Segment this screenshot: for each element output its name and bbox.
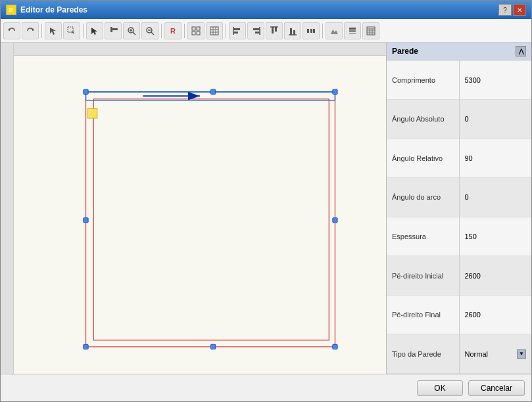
prop-label-0: Comprimento (387, 60, 459, 100)
drawing-area[interactable] (14, 56, 386, 374)
svg-rect-59 (333, 89, 337, 94)
svg-rect-37 (307, 29, 309, 33)
svg-rect-42 (349, 30, 356, 32)
svg-rect-60 (84, 218, 88, 223)
align-bottom-btn[interactable] (284, 22, 301, 39)
ok-button[interactable]: OK (417, 380, 463, 396)
svg-rect-51 (85, 92, 335, 347)
cancel-button[interactable]: Cancelar (468, 380, 525, 396)
prop-value-7[interactable]: Normal▼ (459, 334, 531, 374)
prop-label-2: Ângulo Relativo (387, 139, 459, 178)
svg-marker-2 (50, 28, 56, 35)
prop-value-6: 2600 (459, 295, 531, 334)
svg-rect-29 (255, 32, 260, 34)
svg-rect-63 (210, 344, 215, 349)
sep3 (161, 24, 162, 38)
svg-rect-56 (87, 108, 97, 118)
grid2-btn[interactable] (206, 22, 223, 39)
properties-panel: Parede ⋀ Comprimento5300Ângulo Absoluto0… (387, 43, 531, 374)
svg-line-12 (133, 32, 135, 35)
arrow-select-btn[interactable] (86, 22, 103, 39)
svg-rect-25 (233, 28, 240, 30)
window-title: Editor de Paredes (20, 5, 87, 14)
svg-rect-35 (293, 30, 295, 35)
sep1 (41, 24, 42, 38)
select-tool-btn[interactable] (45, 22, 62, 39)
svg-marker-4 (72, 31, 75, 34)
prop-label-7: Tipo da Parede (387, 334, 459, 374)
property-row-2: Ângulo Relativo90 (387, 139, 531, 178)
left-ruler (1, 43, 14, 374)
help-button[interactable]: ? (498, 4, 512, 16)
svg-rect-7 (110, 27, 112, 32)
panel-collapse-btn[interactable]: ⋀ (516, 46, 526, 56)
svg-rect-41 (349, 28, 356, 30)
property-row-6: Pé-direito Final2600 (387, 295, 531, 334)
align-top-btn[interactable] (266, 22, 283, 39)
svg-rect-34 (290, 28, 292, 35)
undo-btn[interactable] (3, 22, 20, 39)
footer: OK Cancelar (1, 374, 531, 401)
svg-marker-40 (331, 30, 338, 34)
canvas-area[interactable]: Clique e arraste para adicionar uma linh… (1, 43, 387, 374)
svg-rect-61 (333, 218, 337, 223)
svg-rect-28 (253, 28, 260, 30)
svg-rect-16 (192, 27, 195, 30)
title-bar: ⊞ Editor de Paredes ? ✕ (1, 1, 531, 19)
distribute-h-btn[interactable] (302, 22, 320, 39)
panel-header: Parede ⋀ (387, 43, 531, 60)
prop-label-3: Ângulo do arco (387, 178, 459, 217)
sep2 (83, 24, 84, 38)
svg-rect-52 (93, 99, 329, 340)
zoom-in-btn[interactable] (123, 22, 140, 39)
move-select-btn[interactable] (105, 22, 122, 39)
close-button[interactable]: ✕ (513, 4, 526, 16)
wall-canvas[interactable] (14, 56, 386, 374)
layers-btn[interactable] (344, 22, 361, 39)
svg-rect-62 (84, 344, 88, 349)
sep6 (322, 24, 323, 38)
table-btn[interactable] (362, 22, 379, 39)
svg-rect-32 (275, 27, 277, 32)
property-row-5: Pé-direito Inicial2600 (387, 256, 531, 296)
prop-label-6: Pé-direito Final (387, 295, 459, 334)
r-tool-btn[interactable]: R (164, 22, 181, 39)
panel-title: Parede (392, 47, 418, 56)
grid-btn[interactable] (187, 22, 205, 39)
svg-rect-8 (112, 28, 118, 30)
property-row-3: Ângulo do arco0 (387, 178, 531, 217)
multi-select-btn[interactable] (63, 22, 80, 39)
main-window: ⊞ Editor de Paredes ? ✕ (0, 0, 532, 402)
svg-rect-57 (84, 89, 88, 94)
prop-label-5: Pé-direito Inicial (387, 256, 459, 296)
prop-label-4: Espessura (387, 217, 459, 256)
svg-rect-64 (333, 344, 337, 349)
property-row-0: Comprimento5300 (387, 60, 531, 100)
svg-rect-39 (313, 29, 315, 33)
prop-label-1: Ângulo Absoluto (387, 100, 459, 139)
svg-rect-31 (272, 27, 274, 34)
properties-table: Comprimento5300Ângulo Absoluto0Ângulo Re… (387, 60, 531, 374)
title-bar-left: ⊞ Editor de Paredes (6, 5, 87, 15)
property-row-4: Espessura150 (387, 217, 531, 256)
prop-value-1: 0 (459, 100, 531, 139)
svg-line-15 (151, 32, 154, 35)
svg-rect-19 (197, 32, 200, 35)
svg-rect-20 (210, 27, 218, 35)
zoom-out-btn[interactable] (141, 22, 158, 39)
align-right-btn[interactable] (247, 22, 264, 39)
redo-btn[interactable] (22, 22, 39, 39)
prop-value-2: 90 (459, 139, 531, 178)
svg-rect-17 (197, 27, 200, 30)
prop-value-4: 150 (459, 217, 531, 256)
sep4 (184, 24, 185, 38)
window-icon: ⊞ (6, 5, 16, 15)
svg-rect-43 (349, 33, 356, 34)
align-left-btn[interactable] (229, 22, 246, 39)
prop-dropdown-text-7: Normal (465, 350, 488, 358)
svg-rect-18 (192, 32, 195, 35)
svg-marker-5 (91, 28, 97, 35)
dropdown-arrow-7[interactable]: ▼ (517, 349, 526, 359)
property-row-1: Ângulo Absoluto0 (387, 100, 531, 139)
terrain-btn[interactable] (326, 22, 343, 39)
